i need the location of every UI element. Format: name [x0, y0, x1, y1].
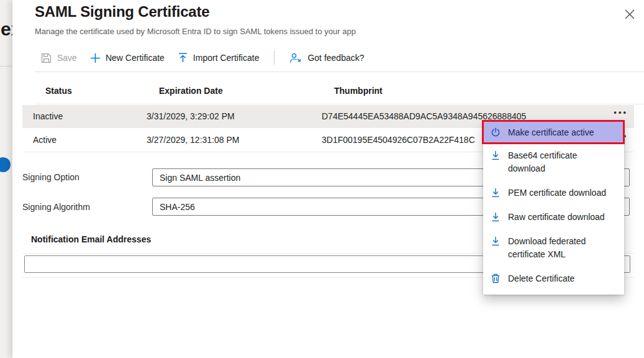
- power-icon: [491, 127, 501, 137]
- new-certificate-label: New Certificate: [106, 53, 165, 63]
- column-header-status: Status: [45, 86, 72, 96]
- close-icon[interactable]: [624, 7, 639, 22]
- menu-item-label: Delete Certificate: [508, 272, 617, 285]
- plus-icon: [91, 53, 100, 63]
- download-icon: [491, 236, 501, 246]
- background-info-icon: [0, 157, 11, 172]
- new-certificate-button[interactable]: New Certificate: [91, 53, 165, 63]
- background-page: ex: [0, 0, 12, 358]
- background-divider: [0, 66, 12, 67]
- download-icon: [491, 150, 501, 160]
- column-header-expiration: Expiration Date: [159, 86, 223, 96]
- upload-icon: [178, 53, 188, 63]
- toolbar: Save New Certificate Import Certificate: [41, 50, 365, 66]
- more-options-icon[interactable]: •••: [614, 108, 628, 117]
- table-header-divider: [35, 104, 644, 104]
- context-menu: Make certificate active Base64 certifica…: [483, 121, 624, 295]
- status-cell: Active: [33, 135, 57, 145]
- trash-icon: [491, 273, 501, 283]
- menu-item-label: Base64 certificate download: [508, 149, 617, 175]
- toolbar-divider: [35, 71, 644, 72]
- menu-item-label: Download federated certificate XML: [508, 235, 617, 261]
- save-label: Save: [57, 53, 77, 63]
- menu-item-pem-download[interactable]: PEM certificate download: [483, 181, 624, 205]
- thumbprint-cell: 3D1F00195E4504926C07B2A22F418C: [322, 135, 475, 145]
- menu-item-delete-certificate[interactable]: Delete Certificate: [483, 267, 624, 291]
- save-icon: [41, 53, 52, 63]
- signing-option-value: Sign SAML assertion: [160, 173, 240, 183]
- expiration-cell: 3/27/2029, 12:31:08 PM: [147, 135, 239, 145]
- menu-item-label: Make certificate active: [508, 126, 617, 139]
- column-header-thumbprint: Thumbprint: [334, 86, 383, 96]
- import-certificate-label: Import Certificate: [193, 53, 260, 63]
- download-icon: [491, 188, 501, 198]
- menu-item-label: Raw certificate download: [508, 211, 617, 224]
- signing-algorithm-label: Signing Algorithm: [22, 202, 90, 212]
- screen: ex SAML Signing Certificate Manage the c…: [0, 0, 644, 358]
- menu-item-download-federated-xml[interactable]: Download federated certificate XML: [483, 229, 624, 267]
- signing-option-label: Signing Option: [22, 172, 79, 182]
- page-subtitle: Manage the certificate used by Microsoft…: [35, 27, 356, 36]
- page-title: SAML Signing Certificate: [35, 3, 209, 21]
- toolbar-separator: [274, 51, 274, 65]
- signing-algorithm-value: SHA-256: [160, 202, 195, 212]
- status-cell: Inactive: [33, 111, 63, 121]
- save-button[interactable]: Save: [41, 53, 77, 63]
- expiration-cell: 3/31/2029, 3:29:02 PM: [147, 111, 235, 121]
- feedback-person-icon: [289, 53, 302, 63]
- menu-item-make-certificate-active[interactable]: Make certificate active: [483, 121, 624, 144]
- menu-item-raw-download[interactable]: Raw certificate download: [483, 205, 624, 229]
- got-feedback-button[interactable]: Got feedback?: [289, 53, 364, 63]
- import-certificate-button[interactable]: Import Certificate: [178, 53, 260, 63]
- thumbprint-cell: D74E54445EA53488AD9AC5A9348A945626888405: [322, 111, 526, 121]
- got-feedback-label: Got feedback?: [307, 53, 364, 63]
- menu-item-label: PEM certificate download: [508, 186, 617, 200]
- download-icon: [491, 212, 501, 222]
- menu-item-base64-download[interactable]: Base64 certificate download: [483, 144, 624, 181]
- notification-email-label: Notification Email Addresses: [31, 234, 151, 244]
